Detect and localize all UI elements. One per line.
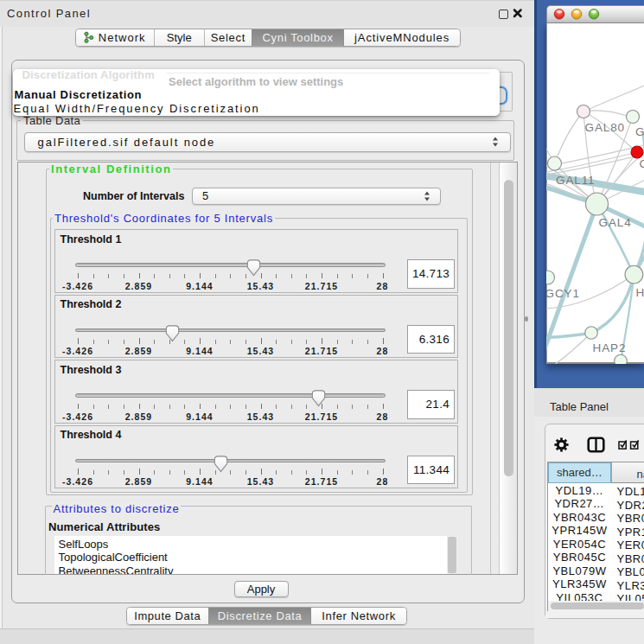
svg-text:H: H — [636, 286, 644, 299]
svg-text:GAL11: GAL11 — [556, 174, 596, 187]
svg-text:GAL: GAL — [635, 125, 644, 138]
svg-text:CY: CY — [640, 157, 644, 170]
svg-text:GCY1: GCY1 — [546, 287, 580, 300]
svg-text:GAL4: GAL4 — [599, 216, 632, 229]
svg-text:GAL80: GAL80 — [585, 121, 626, 134]
svg-text:HAP2: HAP2 — [593, 341, 627, 354]
